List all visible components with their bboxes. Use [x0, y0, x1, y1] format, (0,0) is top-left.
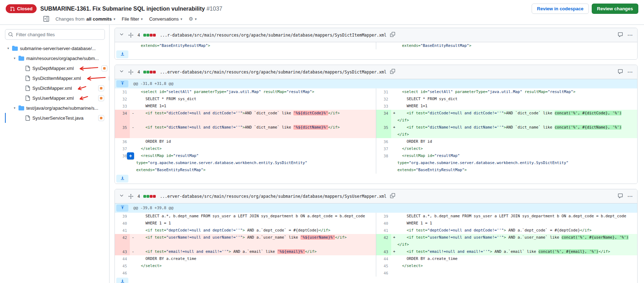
line-number[interactable]: 37: [115, 145, 130, 152]
file-tree-item-sysdictitemmapper-xml[interactable]: SysDictItemMapper.xml: [5, 73, 105, 83]
code-line: ORDER BY a.create_time: [391, 255, 638, 262]
pr-title-text: SUBMARINE-1361. Fix Submarine SQL inject…: [40, 6, 205, 12]
expand-up-button[interactable]: [116, 80, 128, 87]
comment-toggle-button[interactable]: [617, 31, 624, 39]
line-number[interactable]: 43: [376, 248, 391, 255]
line-number[interactable]: 44: [115, 255, 130, 262]
diff-stat-square: [153, 34, 156, 37]
line-number[interactable]: 37: [376, 145, 391, 152]
drag-handle-icon[interactable]: [128, 32, 134, 38]
file-tree-item-main-resources-org-apache-subm-[interactable]: ▾main/resources/org/apache/subm...: [5, 53, 105, 63]
line-number[interactable]: 45: [376, 262, 391, 270]
kebab-menu-button[interactable]: ⋯: [627, 31, 634, 39]
drag-handle-icon[interactable]: [128, 69, 134, 75]
line-number[interactable]: 33: [115, 103, 130, 110]
diff-settings-dropdown[interactable]: ⚙ ▾: [189, 16, 197, 22]
viewed-checkbox[interactable]: [98, 115, 104, 121]
file-tree-item-submarine-server-server-database-[interactable]: ▾submarine-server/server-database/...: [5, 43, 105, 53]
line-number[interactable]: 41: [376, 227, 391, 234]
line-number[interactable]: 42: [376, 234, 391, 248]
file-tree-item-sysdictmapper-xml[interactable]: SysDictMapper.xml: [5, 83, 105, 93]
line-number[interactable]: [115, 42, 130, 49]
file-name: SysUserServiceTest.java: [32, 115, 84, 121]
conversations-dropdown[interactable]: Conversations ▾: [149, 16, 182, 22]
comment-toggle-button[interactable]: [617, 68, 624, 76]
collapse-diff-button[interactable]: [118, 192, 125, 200]
line-number[interactable]: 32: [115, 96, 130, 103]
line-number[interactable]: 31: [115, 88, 130, 96]
file-tree-item-test-java-org-apache-submarine-s-[interactable]: ▾test/java/org/apache/submarine/s...: [5, 103, 105, 113]
line-number[interactable]: 43: [115, 248, 130, 255]
collapse-diff-button[interactable]: [118, 68, 125, 76]
line-number[interactable]: 34: [376, 110, 391, 124]
viewed-checkbox[interactable]: [101, 65, 107, 71]
pr-files-page: Closed SUBMARINE-1361. Fix Submarine SQL…: [0, 0, 644, 283]
expand-down-button[interactable]: [116, 50, 128, 58]
comment-toggle-button[interactable]: [617, 192, 624, 200]
line-number[interactable]: 40: [376, 220, 391, 227]
viewed-checkbox[interactable]: [98, 85, 104, 91]
line-number[interactable]: 34: [115, 110, 130, 124]
copy-path-button[interactable]: [389, 192, 396, 200]
diff-panel: 4...erver-database/src/main/resources/or…: [115, 189, 638, 283]
code-line: ORDER BY id: [130, 138, 376, 145]
line-number[interactable]: 31: [376, 88, 391, 96]
line-number[interactable]: 46: [115, 270, 130, 277]
line-number[interactable]: 45: [115, 262, 130, 270]
line-number[interactable]: 36: [115, 138, 130, 145]
line-number[interactable]: 46: [376, 270, 391, 277]
expand-filler: [130, 174, 637, 184]
line-number[interactable]: 39: [115, 213, 130, 220]
file-filter-dropdown[interactable]: File filter ▾: [122, 16, 143, 22]
diff-panel: 4...erver-database/src/main/resources/or…: [115, 65, 638, 184]
code-line: <resultMap id="resultMap" type="org.apac…: [391, 152, 638, 174]
expand-down-button[interactable]: [116, 175, 128, 183]
diff-stat-square: [147, 195, 149, 198]
review-changes-button[interactable]: Review changes: [592, 4, 638, 14]
file-filter-input[interactable]: [5, 29, 105, 40]
drag-handle-icon[interactable]: [128, 193, 134, 200]
copy-path-button[interactable]: [389, 31, 396, 39]
file-tree-item-sysdeptmapper-xml[interactable]: SysDeptMapper.xml: [5, 63, 105, 73]
code-line: extends="BaseEntityResultMap">: [391, 42, 638, 49]
kebab-menu-button[interactable]: ⋯: [627, 192, 634, 200]
file-icon: [25, 96, 30, 101]
collapse-diff-button[interactable]: [118, 31, 125, 39]
changes-from-dropdown[interactable]: Changes from all commits ▾: [55, 16, 115, 22]
copy-path-button[interactable]: [389, 68, 396, 76]
file-path: ...r-database/src/main/resources/org/apa…: [160, 33, 387, 38]
line-number[interactable]: 44: [376, 255, 391, 262]
file-tree-item-sysuserservicetest-java[interactable]: SysUserServiceTest.java: [5, 113, 105, 123]
file-tree: ▾submarine-server/server-database/...▾ma…: [5, 43, 105, 123]
line-number[interactable]: 40: [115, 220, 130, 227]
expand-down-cell: [115, 174, 130, 184]
diff-stat-square: [153, 71, 156, 74]
file-tree-item-sysusermapper-xml[interactable]: SysUserMapper.xml: [5, 93, 105, 103]
line-number[interactable]: 42: [115, 234, 130, 248]
file-name: test/java/org/apache/submarine/s...: [26, 105, 98, 111]
review-in-codespace-button[interactable]: Review in codespace: [532, 4, 589, 14]
sidebar-toggle-button[interactable]: [43, 16, 49, 22]
line-number[interactable]: 39: [376, 213, 391, 220]
line-number[interactable]: 36: [376, 138, 391, 145]
line-number[interactable]: 33: [376, 103, 391, 110]
expand-filler: [130, 49, 637, 59]
line-number[interactable]: 35: [376, 124, 391, 138]
expand-down-button[interactable]: [116, 278, 128, 283]
expand-up-button[interactable]: [116, 205, 128, 212]
code-line: + <if test="dictName!=null and dictName!…: [391, 124, 638, 138]
kebab-menu-button[interactable]: ⋯: [627, 68, 634, 76]
code-line: </select>: [130, 262, 376, 270]
line-number[interactable]: [376, 42, 391, 49]
add-line-comment-button[interactable]: +: [127, 152, 134, 159]
expand-down-icon: [120, 51, 125, 57]
line-number[interactable]: 41: [115, 227, 130, 234]
comment-icon: [618, 32, 623, 38]
changes-from-label: Changes from: [55, 16, 85, 22]
line-number[interactable]: 35: [115, 124, 130, 138]
viewed-checkbox[interactable]: [98, 95, 104, 101]
line-number[interactable]: 38: [376, 152, 391, 174]
expand-up-icon: [120, 81, 125, 87]
line-number[interactable]: 32: [376, 96, 391, 103]
code-line: - <if test="dictCode!=null and dictCode!…: [130, 110, 376, 124]
